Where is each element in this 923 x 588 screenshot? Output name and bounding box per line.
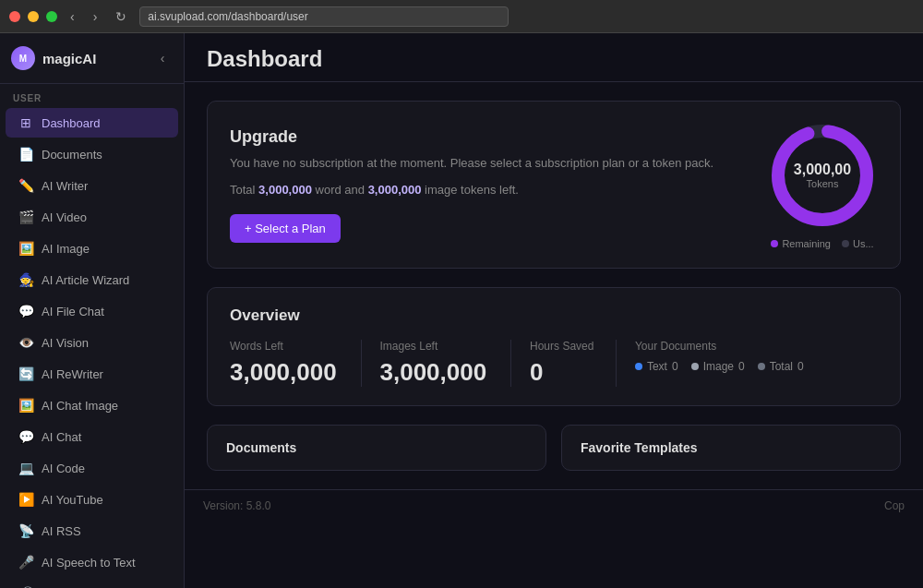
browser-bar: ‹ › ↻: [0, 0, 923, 33]
documents-card-title: Documents: [226, 440, 527, 455]
hours-saved-label: Hours Saved: [530, 340, 597, 353]
sidebar-item-ai-chat-image[interactable]: 🖼️ AI Chat Image: [6, 390, 178, 420]
sidebar-header: M magicAI ‹: [0, 33, 184, 84]
images-left-block: Images Left 3,000,000: [362, 340, 512, 387]
sidebar-item-ai-speech-to-text[interactable]: 🎤 AI Speech to Text: [6, 547, 178, 577]
back-btn[interactable]: ‹: [65, 6, 80, 28]
remaining-dot: [771, 240, 778, 247]
sidebar-item-ai-file-chat[interactable]: 💬 AI File Chat: [6, 296, 178, 326]
youtube-icon: ▶️: [18, 492, 33, 507]
sidebar-item-label: AI YouTube: [42, 493, 103, 507]
maximize-btn[interactable]: [46, 11, 57, 22]
file-chat-icon: 💬: [18, 304, 33, 318]
rewriter-icon: 🔄: [18, 366, 33, 381]
total-docs: Total 0: [758, 360, 804, 373]
sidebar-item-ai-voiceover[interactable]: 🔊 AI Voiceover: [6, 579, 178, 588]
sidebar-item-label: AI Chat: [42, 430, 81, 444]
total-dot: [758, 363, 765, 370]
sidebar-item-ai-code[interactable]: 💻 AI Code: [6, 453, 178, 483]
bottom-row: Documents Favorite Templates: [207, 425, 901, 471]
logo-text: magicAI: [42, 51, 96, 66]
image-dot: [691, 363, 699, 370]
sidebar-item-ai-rss[interactable]: 📡 AI RSS: [6, 516, 178, 546]
sidebar-item-ai-chat[interactable]: 💬 AI Chat: [6, 422, 178, 451]
sidebar-item-ai-rewriter[interactable]: 🔄 AI ReWriter: [6, 359, 178, 389]
copy-text: Cop: [884, 499, 905, 512]
upgrade-title: Upgrade: [230, 127, 749, 147]
url-bar[interactable]: [139, 6, 509, 27]
speech-icon: 🎤: [18, 555, 33, 570]
vision-icon: 👁️: [18, 335, 33, 350]
minimize-btn[interactable]: [28, 11, 39, 22]
overview-stats: Words Left 3,000,000 Images Left 3,000,0…: [230, 340, 878, 387]
writer-icon: ✏️: [18, 178, 33, 193]
upgrade-card: Upgrade You have no subscription at the …: [207, 101, 901, 269]
sidebar-item-ai-youtube[interactable]: ▶️ AI YouTube: [6, 485, 178, 514]
wizard-icon: 🧙: [18, 272, 33, 287]
sidebar-item-label: AI Chat Image: [42, 399, 118, 413]
sidebar-item-ai-article-wizard[interactable]: 🧙 AI Article Wizard: [6, 265, 178, 294]
refresh-btn[interactable]: ↻: [110, 6, 132, 28]
page-title: Dashboard: [207, 46, 901, 72]
sidebar-item-label: AI Writer: [42, 179, 88, 193]
code-icon: 💻: [18, 461, 33, 475]
version-bar: Version: 5.8.0 Cop: [185, 489, 923, 522]
donut-subtitle: Tokens: [794, 178, 851, 189]
favorite-templates-card: Favorite Templates: [561, 425, 901, 471]
documents-icon: 📄: [18, 147, 33, 162]
used-dot: [842, 240, 849, 247]
sidebar-item-label: Dashboard: [42, 116, 101, 130]
sidebar-item-label: Documents: [42, 148, 102, 162]
sidebar-item-dashboard[interactable]: ⊞ Dashboard: [6, 108, 178, 138]
your-documents-block: Your Documents Text 0 Image 0: [617, 340, 878, 387]
sidebar-item-label: AI Video: [42, 210, 87, 224]
chat-icon: 💬: [18, 429, 33, 444]
close-btn[interactable]: [9, 11, 20, 22]
legend-used: Us...: [842, 238, 874, 249]
hours-saved-text: Hours Saved: [530, 340, 593, 353]
select-plan-button[interactable]: + Select a Plan: [230, 214, 341, 243]
collapse-sidebar-btn[interactable]: ‹: [152, 48, 173, 68]
sidebar-item-ai-vision[interactable]: 👁️ AI Vision: [6, 328, 178, 357]
docs-legend: Text 0 Image 0 Total 0: [635, 360, 859, 373]
forward-btn[interactable]: ›: [88, 6, 103, 28]
sidebar-item-documents[interactable]: 📄 Documents: [6, 139, 178, 169]
donut-chart: 3,000,00 Tokens: [767, 120, 878, 231]
main-content: Dashboard Upgrade You have no subscripti…: [185, 33, 923, 588]
sidebar-item-ai-image[interactable]: 🖼️ AI Image: [6, 234, 178, 263]
image-value: 0: [738, 360, 745, 373]
legend-remaining: Remaining: [771, 238, 831, 249]
content-area: Upgrade You have no subscription at the …: [185, 82, 923, 489]
sidebar-item-ai-video[interactable]: 🎬 AI Video: [6, 202, 178, 232]
words-left-block: Words Left 3,000,000: [230, 340, 362, 387]
upgrade-tokens-info: Total 3,000,000 word and 3,000,000 image…: [230, 181, 749, 199]
sidebar-item-label: AI File Chat: [42, 305, 104, 318]
sidebar-section-label: USER: [0, 84, 184, 107]
used-label: Us...: [853, 238, 874, 249]
documents-card: Documents: [207, 425, 546, 471]
images-left-label: Images Left: [380, 340, 493, 353]
total-value: 0: [797, 360, 804, 373]
image-label: Image: [703, 360, 734, 373]
version-text: Version: 5.8.0: [203, 499, 270, 512]
donut-label: 3,000,00 Tokens: [794, 162, 851, 189]
sidebar-item-label: AI ReWriter: [42, 367, 103, 381]
remaining-label: Remaining: [782, 238, 831, 249]
donut-legend: Remaining Us...: [771, 238, 873, 249]
video-icon: 🎬: [18, 210, 33, 224]
sidebar-item-label: AI Code: [42, 462, 85, 475]
total-label: Total: [770, 360, 793, 373]
page-title-bar: Dashboard: [185, 33, 923, 82]
image-icon: 🖼️: [18, 241, 33, 256]
upgrade-left: Upgrade You have no subscription at the …: [230, 127, 749, 243]
logo: M magicAI: [11, 46, 96, 70]
text-docs: Text 0: [635, 360, 678, 373]
sidebar-item-label: AI RSS: [42, 524, 81, 538]
sidebar: M magicAI ‹ USER ⊞ Dashboard 📄 Documents…: [0, 33, 185, 588]
donut-value: 3,000,00: [794, 162, 851, 178]
sidebar-item-ai-writer[interactable]: ✏️ AI Writer: [6, 171, 178, 200]
sidebar-item-label: AI Image: [42, 242, 90, 256]
upgrade-description: You have no subscription at the moment. …: [230, 154, 749, 173]
images-left-value: 3,000,000: [380, 358, 493, 387]
hours-saved-block: Hours Saved 0: [511, 340, 617, 387]
